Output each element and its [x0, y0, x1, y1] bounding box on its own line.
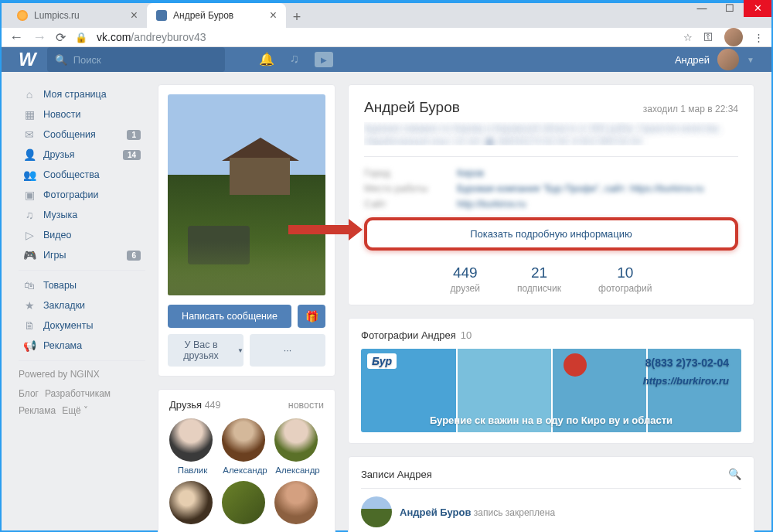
nav-icon: 🎮: [23, 249, 36, 261]
more-button[interactable]: ···: [250, 334, 325, 367]
sidebar-item[interactable]: 👤Друзья14: [19, 145, 145, 165]
music-icon[interactable]: ♫: [290, 52, 299, 67]
tab-title: Андрей Буров: [173, 10, 233, 21]
new-tab-button[interactable]: +: [286, 6, 308, 28]
tab-lumpics[interactable]: Lumpics.ru ×: [8, 3, 147, 28]
address-bar: ← → ⟳ 🔒 vk.com/andreyburov43 ☆ ⚿ ⋮: [2, 28, 771, 47]
sidebar-item[interactable]: ♫Музыка: [19, 205, 145, 225]
avatar: [169, 418, 213, 462]
avatar: [717, 49, 739, 70]
friends-title[interactable]: Друзья: [169, 399, 202, 411]
nav-icon: 👤: [23, 148, 36, 161]
minimize-button[interactable]: —: [688, 0, 716, 17]
photos-strip[interactable]: Бур 8(833 2)73-02-04 https://burkirov.ru…: [361, 349, 741, 432]
friend-status-button[interactable]: У Вас в друзьях ▼: [168, 334, 243, 367]
close-icon[interactable]: ×: [131, 9, 138, 22]
search-icon[interactable]: 🔍: [728, 468, 741, 480]
write-message-button[interactable]: Написать сообщение: [168, 305, 291, 328]
avatar: [169, 481, 213, 524]
friends-card: Друзья 449 новости ПавликАлександрАлекса…: [158, 389, 335, 532]
favicon-icon: [156, 10, 167, 21]
gift-button[interactable]: 🎁: [298, 305, 325, 328]
sidebar-item[interactable]: 🛍Товары: [19, 275, 145, 295]
badge: 6: [127, 251, 141, 261]
sidebar-link[interactable]: Ещё ˅: [62, 403, 88, 420]
photos-title[interactable]: Фотографии Андрея: [361, 329, 456, 341]
divider: [19, 360, 145, 361]
sidebar-link[interactable]: Блог: [19, 386, 39, 403]
sidebar-item[interactable]: ✉Сообщения1: [19, 124, 145, 145]
close-icon[interactable]: ×: [270, 9, 277, 22]
friend-item[interactable]: Александр: [274, 418, 321, 475]
friend-item[interactable]: Александр: [222, 418, 268, 475]
reload-button[interactable]: ⟳: [56, 30, 66, 45]
info-row: ГородКиров: [364, 168, 738, 179]
show-details-highlight: Показать подробную информацию: [364, 217, 738, 251]
sidebar-link[interactable]: Реклама: [19, 403, 56, 420]
photo-phone: 8(833 2)73-02-04: [645, 356, 729, 369]
photo-logo: Бур: [367, 353, 397, 369]
wall-title[interactable]: Записи Андрея: [361, 469, 432, 480]
notifications-icon[interactable]: 🔔: [259, 52, 274, 67]
browser-profile-avatar[interactable]: [724, 28, 743, 46]
window-close-button[interactable]: ✕: [744, 0, 771, 17]
sidebar-item[interactable]: ▦Новости: [19, 104, 145, 124]
avatar: [361, 496, 392, 527]
friends-news-link[interactable]: новости: [288, 400, 324, 411]
friend-item[interactable]: [274, 481, 321, 528]
search-input[interactable]: 🔍 Поиск: [47, 47, 225, 72]
tab-vk-profile[interactable]: Андрей Буров ×: [147, 3, 286, 28]
chevron-down-icon: ▼: [237, 347, 243, 354]
nav-icon: 👥: [23, 169, 36, 181]
tab-bar: Lumpics.ru × Андрей Буров × + — ☐ ✕: [2, 3, 771, 28]
avatar: [274, 418, 318, 462]
lock-icon[interactable]: 🔒: [75, 32, 87, 43]
counter[interactable]: 21подписчик: [517, 264, 561, 294]
nav-icon: ★: [23, 299, 36, 312]
forward-button[interactable]: →: [32, 29, 46, 46]
sidebar-item[interactable]: ▷Видео: [19, 225, 145, 245]
back-button[interactable]: ←: [9, 29, 23, 46]
nav-icon: ✉: [23, 128, 36, 141]
menu-icon[interactable]: ⋮: [754, 32, 764, 43]
last-seen: заходил 1 мар в 22:34: [643, 104, 738, 114]
sidebar-item[interactable]: 🗎Документы: [19, 315, 145, 336]
nav-icon: ▦: [23, 108, 36, 121]
counter[interactable]: 449друзей: [451, 264, 480, 294]
star-icon[interactable]: ☆: [683, 32, 693, 43]
play-icon[interactable]: ▶: [315, 52, 333, 67]
sidebar-link[interactable]: Разработчикам: [45, 386, 111, 403]
nav-icon: ♫: [23, 209, 36, 221]
annotation-arrow: [288, 225, 350, 234]
nav-icon: 🛍: [23, 279, 36, 292]
phone-icon: [564, 353, 587, 377]
sidebar-item[interactable]: ★Закладки: [19, 295, 145, 315]
search-icon: 🔍: [55, 54, 67, 66]
sidebar-powered: Powered by NGINX: [19, 369, 145, 380]
vk-logo[interactable]: W: [19, 49, 35, 70]
sidebar-item[interactable]: 🎮Игры6: [19, 245, 145, 265]
badge: 14: [123, 150, 141, 160]
friend-item[interactable]: Павлик: [169, 418, 216, 475]
profile-status[interactable]: Бурение скважин по Кирову и Кировской об…: [364, 122, 738, 145]
counter[interactable]: 10фотографий: [598, 264, 652, 294]
chevron-down-icon: ▼: [747, 56, 754, 64]
show-details-link[interactable]: Показать подробную информацию: [470, 228, 632, 240]
vk-header: W 🔍 Поиск 🔔 ♫ ▶ Андрей ▼: [2, 47, 771, 72]
friend-item[interactable]: [169, 481, 216, 528]
sidebar-item[interactable]: ▣Фотографии: [19, 185, 145, 205]
post-author[interactable]: Андрей Буров: [400, 506, 471, 518]
avatar: [222, 481, 265, 524]
friend-item[interactable]: [222, 481, 268, 528]
sidebar-item[interactable]: 📢Реклама: [19, 336, 145, 356]
sidebar: ⌂Моя страница▦Новости✉Сообщения1👤Друзья1…: [19, 84, 145, 419]
url-field[interactable]: vk.com/andreyburov43: [97, 31, 674, 43]
sidebar-item[interactable]: ⌂Моя страница: [19, 84, 145, 104]
sidebar-item[interactable]: 👥Сообщества: [19, 165, 145, 185]
maximize-button[interactable]: ☐: [716, 0, 744, 17]
key-icon[interactable]: ⚿: [703, 32, 713, 43]
profile-photo[interactable]: [168, 94, 325, 295]
favicon-icon: [17, 10, 28, 21]
user-menu[interactable]: Андрей ▼: [675, 49, 754, 70]
wall-post[interactable]: Андрей Буров запись закреплена: [361, 496, 741, 527]
